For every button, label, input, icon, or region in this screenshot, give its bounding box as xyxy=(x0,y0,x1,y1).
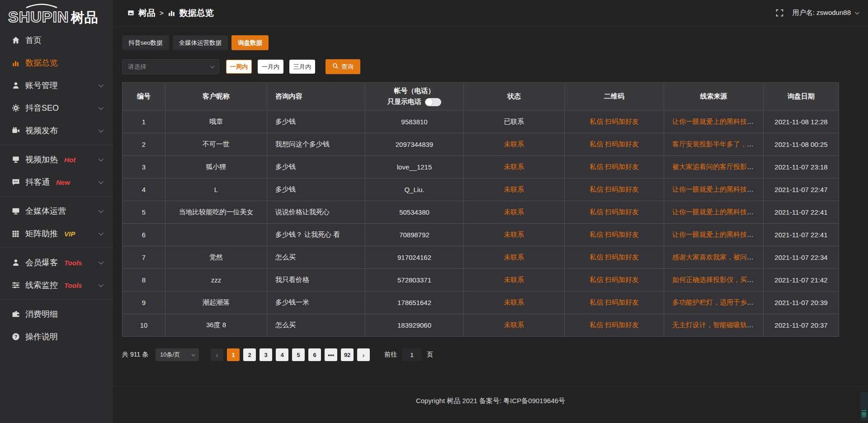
breadcrumb-current: 数据总览 xyxy=(179,7,214,19)
qrcode-link[interactable]: 私信 扫码加好友 xyxy=(590,298,639,306)
sidebar-item[interactable]: 会员爆客 Tools xyxy=(0,251,113,274)
source-link[interactable]: 让你一眼就爱上的黑科技，能... xyxy=(672,118,764,125)
sliders-icon xyxy=(11,281,20,290)
cell-status: 未联系 xyxy=(464,291,565,314)
next-page-button[interactable]: › xyxy=(357,348,370,361)
breadcrumb-separator: > xyxy=(160,9,164,17)
cell-nickname: zzz xyxy=(165,269,267,291)
page-button[interactable]: ••• xyxy=(325,348,337,361)
qrcode-link[interactable]: 私信 扫码加好友 xyxy=(590,321,639,329)
tab[interactable]: 询盘数据 xyxy=(231,35,269,50)
sidebar-item[interactable]: 账号管理 xyxy=(0,74,113,97)
status-badge: 未联系 xyxy=(504,163,524,170)
goto-page-input[interactable] xyxy=(402,348,422,361)
table-row: 5 当地比较能吃的一位美女 说说价格让我死心 50534380 未联系 私信 扫… xyxy=(123,201,839,224)
edge-widget[interactable] xyxy=(860,392,868,420)
page-button[interactable]: 4 xyxy=(276,348,288,361)
cell-source: 感谢大家喜欢我家，被问了好... xyxy=(664,246,764,269)
sidebar-item-label: 消费明细 xyxy=(25,309,58,320)
phone-only-toggle[interactable] xyxy=(425,98,441,106)
cell-content: 说说价格让我死心 xyxy=(267,201,365,224)
cell-date: 2021-11-07 23:18 xyxy=(764,156,839,179)
chevron-down-icon xyxy=(210,64,215,68)
sidebar-item[interactable]: 矩阵助推 VIP xyxy=(0,222,113,245)
source-link[interactable]: 无主灯设计，智能磁吸轨道灯... xyxy=(672,321,764,329)
qrcode-link[interactable]: 私信 扫码加好友 xyxy=(590,208,639,216)
cell-status: 未联系 xyxy=(464,179,565,201)
sidebar-item[interactable]: 消费明细 xyxy=(0,303,113,325)
sidebar-item[interactable]: 抖客通 New xyxy=(0,171,113,193)
qrcode-link[interactable]: 私信 扫码加好友 xyxy=(590,118,639,125)
sidebar-item[interactable]: 抖音SEO xyxy=(0,97,113,119)
date-range-button[interactable]: 一月内 xyxy=(258,60,283,74)
source-link[interactable]: 客厅安装投影半年多了，真实... xyxy=(672,140,764,148)
source-link[interactable]: 被大家追着问的客厅投影分享... xyxy=(672,163,764,170)
date-range-button[interactable]: 三月内 xyxy=(289,60,315,74)
qrcode-link[interactable]: 私信 扫码加好友 xyxy=(590,276,639,283)
tab[interactable]: 抖音seo数据 xyxy=(122,35,169,50)
cell-content: 多少钱 xyxy=(267,156,365,179)
chevron-down-icon xyxy=(99,156,104,161)
sidebar-item[interactable]: 视频加热 Hot xyxy=(0,148,113,171)
source-link[interactable]: 多功能护栏灯，适用于乡村文... xyxy=(672,298,764,306)
breadcrumb-root[interactable]: 树品 xyxy=(138,7,156,19)
search-button[interactable]: 查询 xyxy=(326,59,360,74)
total-count: 共 911 条 xyxy=(122,351,148,359)
cell-source: 无主灯设计，智能磁吸轨道灯... xyxy=(664,314,764,337)
cell-id: 4 xyxy=(123,179,165,201)
page-button[interactable]: 92 xyxy=(341,348,354,361)
page-button[interactable]: 3 xyxy=(259,348,272,361)
sidebar-item[interactable]: 视频发布 xyxy=(0,119,113,142)
page-button[interactable]: 1 xyxy=(227,348,240,361)
cell-date: 2021-11-08 00:25 xyxy=(764,133,839,156)
cell-account: 178651642 xyxy=(365,291,464,314)
sidebar-item[interactable]: 首页 xyxy=(0,29,113,52)
help-icon: ? xyxy=(11,333,20,341)
qrcode-link[interactable]: 私信 扫码加好友 xyxy=(590,140,639,148)
cell-content: 我想问这个多少钱 xyxy=(267,133,365,156)
sidebar-item[interactable]: 全媒体运营 xyxy=(0,200,113,222)
qrcode-link[interactable]: 私信 扫码加好友 xyxy=(590,163,639,170)
sidebar-item[interactable]: 数据总览 xyxy=(0,52,113,74)
qrcode-link[interactable]: 私信 扫码加好友 xyxy=(590,230,639,238)
table-row: 6 多少钱？ 让我死心 看 70898792 未联系 私信 扫码加好友 让你一眼… xyxy=(123,224,839,246)
cell-id: 2 xyxy=(123,133,165,156)
col-source: 线索来源 xyxy=(664,83,764,111)
cell-source: 让你一眼就爱上的黑科技，能... xyxy=(664,179,764,201)
cell-id: 1 xyxy=(123,111,165,133)
page-button[interactable]: 2 xyxy=(243,348,256,361)
cell-id: 6 xyxy=(123,224,165,246)
fullscreen-icon[interactable] xyxy=(776,9,783,17)
status-badge: 未联系 xyxy=(504,253,524,261)
source-link[interactable]: 让你一眼就爱上的黑科技，能... xyxy=(672,185,764,193)
account-select[interactable]: 请选择 xyxy=(122,59,219,74)
sidebar-item[interactable]: ? 操作说明 xyxy=(0,325,113,348)
home-icon xyxy=(11,36,20,45)
prev-page-button[interactable]: ‹ xyxy=(211,348,223,361)
sidebar-item-badge: VIP xyxy=(64,230,75,238)
cell-content: 多少钱 xyxy=(267,179,365,201)
qrcode-link[interactable]: 私信 扫码加好友 xyxy=(590,253,639,261)
user-menu[interactable]: 用户名: zswodun88 xyxy=(793,9,858,17)
cell-date: 2021-11-08 12:28 xyxy=(764,111,839,133)
source-link[interactable]: 让你一眼就爱上的黑科技，能... xyxy=(672,208,764,216)
date-range-button[interactable]: 一周内 xyxy=(226,60,252,74)
cell-source: 让你一眼就爱上的黑科技，能... xyxy=(664,111,764,133)
sidebar-item-badge: New xyxy=(56,179,70,186)
tab[interactable]: 全媒体运营数据 xyxy=(173,35,228,50)
source-link[interactable]: 如何正确选择投影仪，买投影... xyxy=(672,276,764,283)
qrcode-link[interactable]: 私信 扫码加好友 xyxy=(590,185,639,193)
status-badge: 未联系 xyxy=(504,230,524,238)
chevron-down-icon xyxy=(99,127,104,132)
source-link[interactable]: 让你一眼就爱上的黑科技，能... xyxy=(672,230,764,238)
table-row: 7 觉然 怎么买 917024162 未联系 私信 扫码加好友 感谢大家喜欢我家… xyxy=(123,246,839,269)
cell-id: 9 xyxy=(123,291,165,314)
page-button[interactable]: 5 xyxy=(292,348,305,361)
username-label: 用户名: zswodun88 xyxy=(793,9,851,17)
page-button[interactable]: 6 xyxy=(308,348,321,361)
cell-source: 让你一眼就爱上的黑科技，能... xyxy=(664,224,764,246)
source-link[interactable]: 感谢大家喜欢我家，被问了好... xyxy=(672,253,764,261)
page-size-select[interactable]: 10条/页 xyxy=(156,348,199,361)
sidebar-item[interactable]: 线索监控 Tools xyxy=(0,274,113,296)
col-nickname: 客户昵称 xyxy=(165,83,267,111)
